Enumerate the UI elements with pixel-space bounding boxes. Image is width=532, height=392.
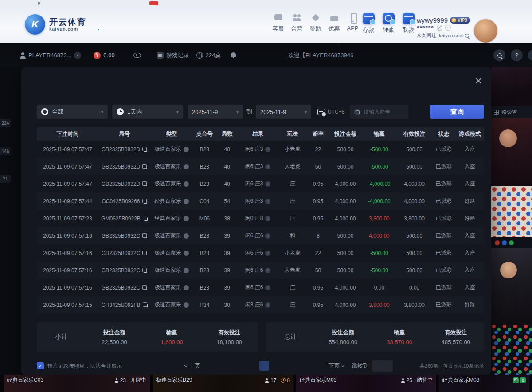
menu-item[interactable]	[125, 22, 128, 27]
game-type-cell: 极速百家乐	[150, 301, 193, 309]
info-icon[interactable]: i	[265, 199, 270, 204]
merge-checkbox-group[interactable]: ✓ 投注记录按照局，玩法合并展示	[37, 362, 122, 370]
odds-cell: 8	[307, 233, 329, 239]
subtotal-box: 小计 投注金额22,500.00 输赢1,600.00 有效投注18,100.0…	[37, 322, 258, 352]
player-dropdown[interactable]: PLAYER46873... ▾	[20, 52, 81, 59]
nav-action[interactable]: 合营	[288, 13, 305, 33]
nav-action[interactable]: 赞助	[307, 13, 324, 33]
info-icon[interactable]: i	[265, 147, 270, 152]
category-select[interactable]: 全部 ▾	[37, 105, 108, 119]
info-icon[interactable]: i	[265, 285, 270, 290]
nav-action[interactable]: 优惠	[325, 13, 343, 33]
edge-badge[interactable]: 146	[0, 147, 11, 155]
menu-item[interactable]	[87, 22, 91, 27]
game-mode-cell: 入座	[455, 180, 484, 188]
result-cell: 闲6 庄3i	[238, 197, 278, 205]
copy-icon[interactable]	[143, 302, 148, 307]
column-header: 投注金额	[329, 130, 362, 138]
edge-badge[interactable]: 21	[0, 175, 11, 183]
page-button[interactable]	[259, 361, 269, 371]
page-button[interactable]	[287, 361, 297, 371]
help-button[interactable]: ?	[511, 49, 523, 61]
menu-item[interactable]	[134, 22, 137, 27]
chevron-down-icon[interactable]: ▾	[74, 52, 81, 59]
menu-item[interactable]	[97, 22, 100, 27]
close-icon[interactable]: ✕	[474, 76, 482, 86]
copy-icon[interactable]	[142, 233, 147, 238]
copy-icon[interactable]	[142, 251, 147, 255]
valid-bet-cell: 4,000.00	[397, 198, 432, 204]
info-icon[interactable]: i	[265, 302, 270, 308]
range-select[interactable]: 1天内 ▾	[112, 105, 183, 119]
game-records-link[interactable]: 游戏记录	[157, 51, 189, 59]
menu-item[interactable]	[115, 22, 119, 27]
menu-item[interactable]	[106, 22, 110, 27]
query-button[interactable]: 查询	[430, 105, 484, 119]
page-button[interactable]	[314, 361, 324, 371]
round-search-input[interactable]	[364, 109, 404, 115]
to-label: 到	[246, 108, 252, 116]
wallet-action[interactable]: 转账	[380, 13, 397, 34]
result-value: 闲6 庄3	[245, 197, 263, 205]
bet-time-cell: 2025-11-09 07:57:16	[37, 267, 98, 274]
copy-icon[interactable]	[142, 285, 147, 290]
copy-icon[interactable]	[142, 164, 147, 169]
page-button[interactable]	[218, 361, 228, 371]
copy-icon[interactable]	[142, 147, 147, 152]
info-icon[interactable]: i	[265, 216, 270, 221]
date-from-select[interactable]: 2025-11-9 ▾	[188, 105, 243, 119]
info-icon[interactable]: i	[265, 268, 270, 273]
table-thumbnail[interactable]: 经典百家乐M03 25 结算中	[296, 375, 436, 392]
bell-icon[interactable]	[231, 52, 236, 58]
wallet-action[interactable]: 存款	[360, 13, 377, 34]
modal-tabs	[37, 81, 51, 85]
date-to-select[interactable]: 2025-11-9 ▾	[256, 105, 311, 119]
game-mode-cell: 好路	[455, 215, 484, 222]
game-type: 极速百家乐	[155, 163, 181, 170]
copy-icon[interactable]	[142, 268, 147, 273]
url-search-icon[interactable]	[465, 34, 469, 38]
copy-icon[interactable]	[143, 216, 148, 221]
play-type-cell: 庄	[278, 215, 307, 222]
nav-action[interactable]: 客服	[270, 13, 287, 33]
page-button[interactable]	[204, 361, 214, 371]
valid-bet-cell: 500.00	[397, 250, 432, 256]
menu-item[interactable]	[143, 22, 147, 27]
copy-icon[interactable]	[142, 181, 147, 186]
page-button[interactable]	[273, 361, 283, 371]
page-button[interactable]	[246, 361, 255, 371]
search-button[interactable]	[493, 49, 505, 61]
page-button[interactable]	[232, 361, 242, 371]
nav-action[interactable]: APP	[344, 13, 361, 33]
wallet-action[interactable]: 取款	[400, 13, 417, 34]
brand-logo[interactable]: K 开云体育 kaiyun.com	[25, 14, 86, 35]
tables-count[interactable]: 224桌	[196, 51, 221, 59]
info-icon[interactable]: i	[265, 233, 270, 239]
eye-slash-icon[interactable]	[437, 25, 442, 31]
checkbox-label: 投注记录按照局，玩法合并展示	[47, 362, 122, 370]
edge-badge[interactable]: 224	[0, 119, 11, 127]
road-settings-bar[interactable]: 路设置	[491, 106, 532, 118]
info-icon[interactable]: i	[265, 164, 270, 169]
check-circle-icon[interactable]: ✓	[445, 25, 451, 31]
avatar[interactable]	[474, 19, 497, 43]
balance-eye-icon[interactable]	[133, 53, 141, 58]
prev-page-button[interactable]: < 上页	[184, 362, 200, 370]
next-page-button[interactable]: 下页 >	[328, 362, 344, 370]
menu-item[interactable]	[78, 22, 82, 27]
jump-page-input[interactable]	[372, 360, 393, 372]
table-thumbnail[interactable]: 经典百家乐C03 23 开牌中	[4, 375, 150, 392]
checkbox-checked-icon[interactable]: ✓	[37, 362, 44, 369]
more-button[interactable]	[528, 49, 532, 61]
info-icon[interactable]: i	[265, 181, 270, 187]
round-cell: 39	[216, 233, 238, 239]
info-icon[interactable]: i	[265, 251, 270, 256]
subtotal-amount-header: 投注金额	[103, 329, 125, 337]
copy-icon[interactable]	[142, 199, 147, 204]
bet-time-cell: 2025-11-09 07:57:47	[37, 164, 98, 170]
table-thumbnail[interactable]: 经典百家乐M08 和8	[439, 375, 529, 392]
category-icon	[41, 108, 48, 115]
chevron-down-icon: ▾	[101, 110, 103, 114]
table-thumbnail[interactable]: 极速百家乐B29 17 8	[153, 375, 293, 392]
page-button[interactable]	[301, 361, 310, 371]
